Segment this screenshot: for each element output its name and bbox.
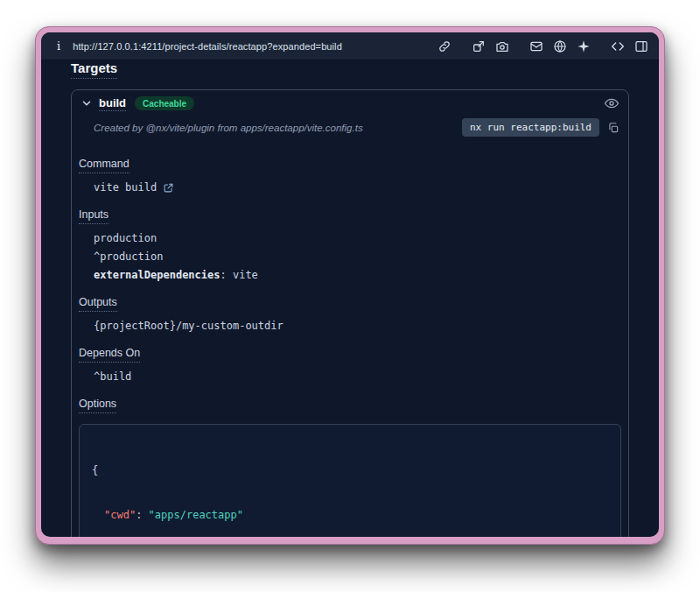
target-card-build: build Cacheable Created by @nx/vite/plug… [71,89,629,537]
section-inputs: Inputs [79,208,108,224]
target-name-build[interactable]: build [99,96,126,111]
command-value: vite build [94,180,157,194]
link-icon[interactable] [438,39,452,53]
page-title: Targets [71,60,117,79]
address-bar: i http://127.0.0.1:4211/project-details/… [41,32,659,60]
copy-icon[interactable] [607,122,620,134]
chevron-down-icon[interactable] [80,97,93,109]
input-item: ^production [94,250,621,264]
browser-window: i http://127.0.0.1:4211/project-details/… [35,26,665,545]
code-line: { [92,463,608,478]
external-link-icon[interactable] [163,182,174,194]
run-command-chip[interactable]: nx run reactapp:build [462,118,599,137]
url-text[interactable]: http://127.0.0.1:4211/project-details/re… [73,41,342,52]
input-item-external-deps: externalDependencies: vite [94,268,621,282]
code-value: "apps/reactapp" [149,509,243,521]
external-deps-key: externalDependencies [94,268,220,282]
build-card-body: Command vite build Inputs production ^pr… [72,145,628,537]
command-value-row: vite build [94,180,621,194]
info-icon: i [57,39,60,53]
code-icon[interactable] [611,39,625,53]
window-inner: i http://127.0.0.1:4211/project-details/… [41,32,659,537]
created-by-text: Created by @nx/vite/plugin from apps/rea… [94,123,363,133]
globe-icon[interactable] [553,39,567,53]
section-options: Options [79,398,116,413]
code-separator: : [136,509,148,521]
cacheable-badge: Cacheable [135,96,194,110]
sidebar-icon[interactable] [634,39,648,53]
code-key: "cwd" [104,509,136,521]
build-card-subheader: Created by @nx/vite/plugin from apps/rea… [72,116,628,145]
section-command: Command [79,158,130,173]
camera-icon[interactable] [495,39,509,53]
settings-icon[interactable] [577,39,591,53]
options-code-block: { "cwd": "apps/reactapp" } [79,424,621,537]
external-deps-value: : vite [220,268,258,282]
share-icon[interactable] [472,39,486,53]
mail-icon[interactable] [529,39,543,53]
depends-on-item: ^build [94,370,621,384]
build-card-header[interactable]: build Cacheable [72,90,628,116]
output-item: {projectRoot}/my-custom-outdir [94,319,621,333]
input-item: production [94,231,621,245]
titlebar-actions [438,39,648,53]
code-line: "cwd": "apps/reactapp" [92,508,608,523]
section-depends-on: Depends On [79,347,140,363]
eye-icon[interactable] [604,95,620,111]
section-outputs: Outputs [79,296,117,312]
project-details-page: Targets build Cacheable Created by @nx/v… [41,60,659,537]
